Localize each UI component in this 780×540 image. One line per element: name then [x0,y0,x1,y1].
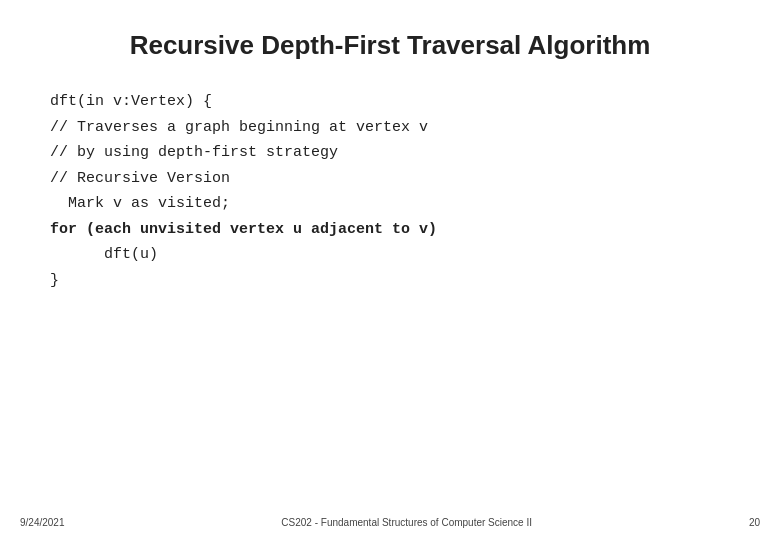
footer-course: CS202 - Fundamental Structures of Comput… [281,517,532,528]
slide-title: Recursive Depth-First Traversal Algorith… [40,30,740,61]
code-line-6: for (each unvisited vertex u adjacent to… [50,217,740,243]
footer-date: 9/24/2021 [20,517,65,528]
code-line-8: } [50,268,740,294]
code-line-1: dft(in v:Vertex) { [50,89,740,115]
code-line-2: // Traverses a graph beginning at vertex… [50,115,740,141]
code-line-3: // by using depth-first strategy [50,140,740,166]
code-line-4: // Recursive Version [50,166,740,192]
code-line-5: Mark v as visited; [50,191,740,217]
slide: Recursive Depth-First Traversal Algorith… [0,0,780,540]
footer-page: 20 [749,517,760,528]
code-block: dft(in v:Vertex) { // Traverses a graph … [40,89,740,293]
code-line-7: dft(u) [50,242,740,268]
slide-footer: 9/24/2021 CS202 - Fundamental Structures… [0,517,780,528]
